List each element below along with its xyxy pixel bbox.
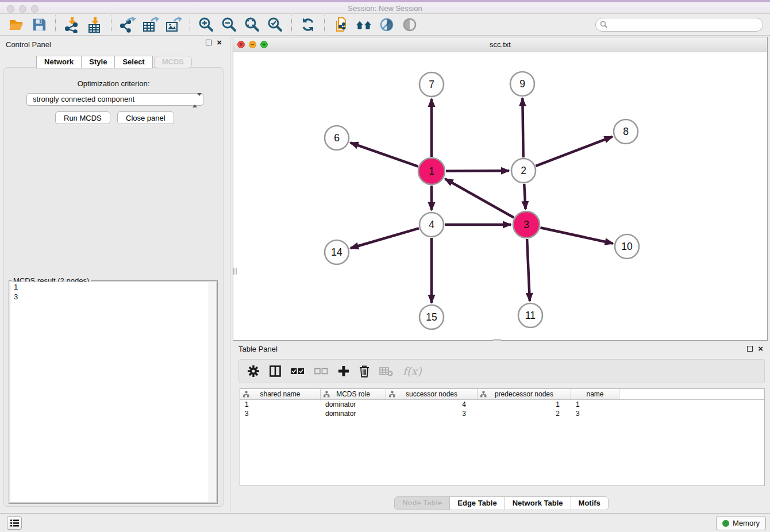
graph-node-10[interactable]: 10 bbox=[615, 234, 639, 259]
refresh-view-button[interactable] bbox=[299, 16, 317, 33]
open-session-button[interactable] bbox=[7, 16, 25, 33]
graph-edge-2-3[interactable] bbox=[524, 184, 525, 209]
tab-edge-table[interactable]: Edge Table bbox=[450, 497, 505, 510]
create-column-button[interactable] bbox=[338, 365, 349, 377]
hide-show-button[interactable] bbox=[401, 16, 418, 33]
save-session-button[interactable] bbox=[30, 16, 48, 33]
table-cell[interactable]: 3 bbox=[571, 410, 619, 418]
network-canvas[interactable]: 7968124314101511 bbox=[233, 52, 767, 340]
home-layout-button[interactable] bbox=[355, 16, 372, 33]
graph-node-7[interactable]: 7 bbox=[419, 72, 444, 97]
network-window-titlebar[interactable]: × − + scc.txt bbox=[233, 37, 767, 52]
clone-network-button[interactable] bbox=[332, 16, 349, 33]
table-cell[interactable]: 1 bbox=[571, 400, 619, 408]
column-header-name[interactable]: name bbox=[571, 389, 619, 399]
search-input[interactable] bbox=[595, 18, 763, 32]
network-close-button[interactable]: × bbox=[237, 41, 245, 48]
mcds-result-scrollbar[interactable] bbox=[209, 282, 216, 502]
graph-edge-2-8[interactable] bbox=[536, 137, 612, 166]
panel-splitter[interactable] bbox=[230, 36, 230, 513]
tab-mcds[interactable]: MCDS bbox=[154, 56, 192, 68]
export-network-button[interactable] bbox=[119, 16, 136, 33]
deselect-all-button[interactable] bbox=[314, 368, 328, 375]
export-table-button[interactable] bbox=[142, 16, 159, 33]
graph-node-label: 2 bbox=[521, 165, 526, 176]
graph-node-1[interactable]: 1 bbox=[418, 158, 445, 184]
table-options-button[interactable] bbox=[247, 365, 260, 377]
table-cell[interactable]: 3 bbox=[240, 410, 321, 418]
table-panel: Table Panel × bbox=[233, 343, 770, 512]
graph-node-14[interactable]: 14 bbox=[325, 240, 349, 264]
table-cell[interactable]: 2 bbox=[478, 410, 571, 418]
main-toolbar bbox=[0, 14, 770, 36]
style-appearance-button[interactable] bbox=[378, 16, 395, 33]
graph-node-2[interactable]: 2 bbox=[511, 159, 536, 183]
network-minimize-button[interactable]: − bbox=[249, 41, 256, 48]
graph-node-9[interactable]: 9 bbox=[510, 72, 534, 96]
import-table-button[interactable] bbox=[86, 16, 103, 33]
select-all-button[interactable] bbox=[291, 368, 305, 375]
column-header-successor-nodes[interactable]: successor nodes bbox=[386, 389, 478, 399]
graph-node-label: 14 bbox=[331, 246, 342, 258]
close-panel-icon[interactable]: × bbox=[217, 40, 222, 45]
show-columns-button[interactable] bbox=[270, 365, 281, 377]
table-cell[interactable]: 3 bbox=[386, 410, 478, 418]
graph-node-label: 10 bbox=[621, 241, 633, 252]
tab-style[interactable]: Style bbox=[81, 56, 115, 68]
table-cell[interactable]: dominator bbox=[321, 410, 386, 418]
zoom-fit-button[interactable] bbox=[244, 16, 261, 33]
splitter-grip[interactable] bbox=[233, 268, 237, 275]
table-row[interactable]: 3dominator323 bbox=[240, 409, 764, 418]
mcds-result-item[interactable]: 1 bbox=[10, 282, 216, 292]
export-image-button[interactable] bbox=[165, 16, 182, 33]
column-header-predecessor-nodes[interactable]: predecessor nodes bbox=[478, 389, 571, 399]
graph-node-4[interactable]: 4 bbox=[419, 213, 444, 237]
graph-edge-4-14[interactable] bbox=[351, 228, 419, 248]
table-cell[interactable]: 4 bbox=[386, 400, 478, 408]
run-mcds-button[interactable]: Run MCDS bbox=[55, 111, 110, 124]
graph-node-8[interactable]: 8 bbox=[614, 119, 638, 144]
network-maximize-button[interactable]: + bbox=[260, 41, 268, 48]
zoom-out-button[interactable] bbox=[221, 16, 238, 33]
graph-node-3[interactable]: 3 bbox=[513, 211, 540, 238]
delete-table-button[interactable] bbox=[379, 366, 393, 376]
graph-edge-1-2[interactable] bbox=[446, 171, 509, 171]
tab-network-table[interactable]: Network Table bbox=[505, 497, 571, 510]
import-network-button[interactable] bbox=[63, 16, 80, 33]
float-panel-icon[interactable] bbox=[747, 346, 753, 352]
delete-column-button[interactable] bbox=[359, 365, 369, 377]
table-toolbar: f(x) bbox=[238, 359, 765, 383]
graph-edge-2-9[interactable] bbox=[522, 98, 523, 157]
function-builder-button[interactable]: f(x) bbox=[403, 365, 422, 377]
graph-edge-3-11[interactable] bbox=[527, 239, 530, 301]
memory-button[interactable]: Memory bbox=[716, 516, 766, 530]
tab-select[interactable]: Select bbox=[114, 56, 152, 68]
float-panel-icon[interactable] bbox=[206, 40, 211, 45]
table-cell[interactable]: 1 bbox=[240, 400, 321, 408]
zoom-in-button[interactable] bbox=[198, 16, 215, 33]
mcds-result-item[interactable]: 3 bbox=[10, 292, 216, 302]
graph-edge-1-6[interactable] bbox=[351, 142, 418, 166]
graph-node-15[interactable]: 15 bbox=[419, 305, 444, 329]
table-row[interactable]: 1dominator411 bbox=[240, 400, 764, 409]
tab-node-table[interactable]: Node Table bbox=[395, 497, 450, 510]
task-history-button[interactable] bbox=[7, 516, 22, 530]
tab-motifs[interactable]: Motifs bbox=[571, 497, 608, 510]
graph-edge-3-1[interactable] bbox=[445, 179, 514, 217]
import-table-icon bbox=[87, 17, 103, 33]
optimization-criterion-dropdown[interactable]: strongly connected component bbox=[26, 93, 203, 106]
zoom-selected-button[interactable] bbox=[267, 16, 284, 33]
column-header-mcds-role[interactable]: MCDS role bbox=[321, 389, 386, 399]
graph-node-11[interactable]: 11 bbox=[518, 303, 542, 327]
table-cell[interactable]: dominator bbox=[321, 400, 386, 408]
tab-network[interactable]: Network bbox=[36, 56, 82, 68]
graph-node-6[interactable]: 6 bbox=[325, 126, 349, 150]
graph-edge-3-10[interactable] bbox=[540, 228, 613, 243]
close-panel-button[interactable]: Close panel bbox=[117, 111, 174, 124]
splitter-grip[interactable] bbox=[493, 339, 501, 341]
table-cell[interactable]: 1 bbox=[478, 400, 571, 408]
open-folder-icon bbox=[8, 17, 24, 33]
graph-node-label: 6 bbox=[334, 132, 340, 144]
close-panel-icon[interactable]: × bbox=[758, 346, 763, 352]
column-header-shared-name[interactable]: shared name bbox=[240, 389, 321, 399]
